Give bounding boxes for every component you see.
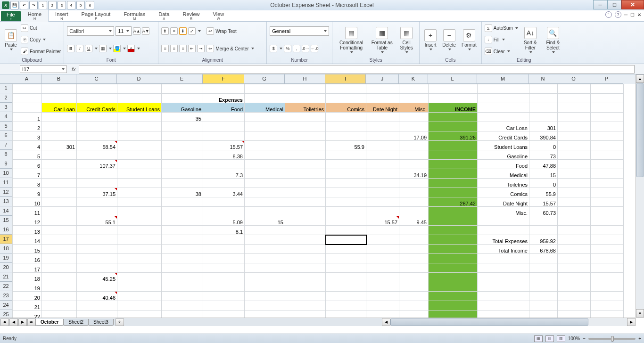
cell[interactable] bbox=[285, 150, 326, 160]
qat-item[interactable]: 5 bbox=[76, 1, 85, 9]
cell[interactable] bbox=[13, 94, 42, 103]
cell[interactable] bbox=[366, 169, 399, 179]
qat-item[interactable]: 4 bbox=[67, 1, 75, 9]
cell[interactable] bbox=[245, 263, 285, 273]
cell[interactable] bbox=[558, 216, 591, 226]
workbook-restore-icon[interactable]: ☐ bbox=[630, 12, 635, 17]
cell[interactable] bbox=[42, 254, 77, 263]
cell[interactable] bbox=[326, 113, 366, 122]
cell[interactable] bbox=[591, 263, 624, 273]
cell[interactable] bbox=[558, 235, 591, 245]
cell[interactable]: 301 bbox=[42, 141, 77, 150]
cell[interactable] bbox=[77, 131, 117, 141]
cell[interactable] bbox=[366, 282, 399, 292]
cell[interactable]: Food bbox=[478, 160, 529, 169]
cell[interactable] bbox=[399, 263, 429, 273]
cell[interactable] bbox=[558, 226, 591, 235]
cell[interactable] bbox=[162, 282, 203, 292]
cell[interactable] bbox=[203, 160, 245, 169]
cell[interactable] bbox=[478, 263, 529, 273]
cell[interactable]: 17 bbox=[13, 263, 42, 273]
cell[interactable] bbox=[117, 226, 162, 235]
cell[interactable] bbox=[478, 273, 529, 282]
cell[interactable] bbox=[366, 188, 399, 197]
align-bottom-icon[interactable]: ⬇ bbox=[179, 27, 187, 35]
cell[interactable] bbox=[326, 84, 366, 94]
cell[interactable] bbox=[117, 113, 162, 122]
cell[interactable] bbox=[77, 282, 117, 292]
cell[interactable]: 6 bbox=[13, 160, 42, 169]
cell[interactable] bbox=[285, 273, 326, 282]
cell[interactable]: 34.19 bbox=[399, 169, 429, 179]
cell[interactable] bbox=[591, 197, 624, 207]
cell[interactable]: Car Loan bbox=[478, 122, 529, 131]
cell[interactable] bbox=[399, 160, 429, 169]
cell[interactable]: Food bbox=[203, 103, 245, 113]
cell[interactable] bbox=[285, 131, 326, 141]
cell[interactable] bbox=[245, 150, 285, 160]
increase-font-icon[interactable]: A▲ bbox=[133, 27, 140, 35]
cell[interactable] bbox=[591, 131, 624, 141]
cell[interactable]: 391.26 bbox=[429, 131, 478, 141]
qat-item[interactable]: 6 bbox=[86, 1, 94, 9]
cell[interactable] bbox=[162, 263, 203, 273]
cell[interactable] bbox=[117, 310, 162, 318]
zoom-in-button[interactable]: + bbox=[638, 336, 641, 341]
cell[interactable] bbox=[591, 103, 624, 113]
cell[interactable] bbox=[326, 235, 366, 245]
prev-sheet-button[interactable]: ◀ bbox=[9, 318, 18, 326]
tab-review[interactable]: ReviewR bbox=[176, 9, 206, 21]
cell[interactable] bbox=[429, 160, 478, 169]
cell[interactable] bbox=[245, 131, 285, 141]
cell[interactable] bbox=[529, 301, 558, 310]
cell[interactable]: Toiletries bbox=[285, 103, 326, 113]
cell[interactable] bbox=[42, 226, 77, 235]
cell[interactable] bbox=[558, 103, 591, 113]
cell[interactable] bbox=[399, 150, 429, 160]
cell[interactable] bbox=[529, 103, 558, 113]
cell[interactable] bbox=[203, 263, 245, 273]
cell[interactable] bbox=[42, 179, 77, 188]
cell[interactable]: 16 bbox=[13, 254, 42, 263]
cell[interactable]: 8.38 bbox=[203, 150, 245, 160]
cell[interactable] bbox=[162, 122, 203, 131]
cell[interactable] bbox=[366, 254, 399, 263]
cell[interactable] bbox=[326, 150, 366, 160]
cell[interactable]: 10 bbox=[13, 197, 42, 207]
select-all-button[interactable] bbox=[0, 74, 12, 84]
cell[interactable] bbox=[591, 292, 624, 301]
cell[interactable] bbox=[429, 254, 478, 263]
cell[interactable] bbox=[117, 245, 162, 254]
cell[interactable] bbox=[162, 226, 203, 235]
cell[interactable] bbox=[558, 197, 591, 207]
cell[interactable]: 14 bbox=[13, 235, 42, 245]
cells-area[interactable]: ExpensesCar LoanCredit CardsStudent Loan… bbox=[12, 84, 636, 318]
cell[interactable] bbox=[399, 207, 429, 216]
cell[interactable]: 19 bbox=[13, 282, 42, 292]
cell[interactable] bbox=[591, 113, 624, 122]
cell[interactable]: 0 bbox=[529, 179, 558, 188]
cell[interactable] bbox=[245, 113, 285, 122]
cell[interactable] bbox=[429, 245, 478, 254]
cell[interactable] bbox=[245, 235, 285, 245]
conditional-formatting-button[interactable]: ▦Conditional Formatting bbox=[335, 23, 367, 57]
cell[interactable] bbox=[77, 113, 117, 122]
cell[interactable]: 3 bbox=[13, 131, 42, 141]
cell[interactable] bbox=[558, 179, 591, 188]
cell[interactable]: 8 bbox=[13, 179, 42, 188]
cell[interactable] bbox=[77, 94, 117, 103]
page-break-view-button[interactable]: ▥ bbox=[557, 335, 565, 342]
cell[interactable] bbox=[42, 310, 77, 318]
cell[interactable]: Total Income bbox=[478, 245, 529, 254]
cell[interactable] bbox=[558, 245, 591, 254]
cell[interactable] bbox=[162, 301, 203, 310]
cell[interactable] bbox=[399, 179, 429, 188]
cell[interactable] bbox=[326, 197, 366, 207]
cell[interactable] bbox=[245, 245, 285, 254]
cell[interactable] bbox=[429, 226, 478, 235]
first-sheet-button[interactable]: ⏮ bbox=[0, 318, 9, 326]
cell[interactable] bbox=[203, 245, 245, 254]
cell[interactable] bbox=[326, 179, 366, 188]
cell[interactable] bbox=[366, 292, 399, 301]
cell[interactable]: 3.44 bbox=[203, 188, 245, 197]
